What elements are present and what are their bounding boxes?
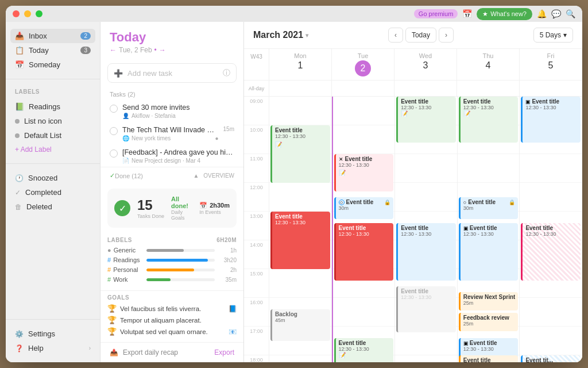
add-label-text: + Add Label [15,145,91,154]
task-checkbox-2[interactable] [110,150,118,158]
cal-event-thu-1[interactable]: ○ Event title 🔒 30m [459,197,519,219]
cal-event-thu-0[interactable]: Event title 12:30 - 13:30 📝 [459,97,519,143]
done-header[interactable]: ✓ Done (12) ▲ OVERVIEW [100,167,243,184]
task-panel-title: Today [110,30,234,45]
task-item-1[interactable]: The Tech That Will Invade Our Lives i...… [105,122,239,145]
default-list-label: Default List [24,131,91,140]
event-header: ▣ Event title [463,225,516,231]
cal-event-fri-1[interactable]: Event title 12:30 - 13:30 [521,223,581,281]
task-meta-text-0: Akiflow · Stefania [131,113,176,119]
sidebar-item-someday[interactable]: 📅 Someday [10,57,95,72]
task-checkbox-1[interactable] [110,127,118,135]
cal-event-fri-2[interactable]: Event tit... 12:30 - 13:30 [521,355,581,362]
task-item-2[interactable]: [Feedback] - Andrea gave you his fee... … [105,145,239,167]
date-next-arrow[interactable]: → [159,46,166,54]
goal-item-1: 🏆 Tempor ut aliquam placerat. [107,316,237,324]
chat-icon[interactable]: 💬 [551,9,561,18]
bell-icon[interactable]: 🔔 [537,9,547,18]
event-time: 30m [339,205,391,211]
readings-hash-icon: # [107,256,111,263]
close-button[interactable] [13,10,20,17]
export-bar[interactable]: 📤 Export daily recap Export [100,342,243,362]
work-bar-fill [146,278,171,281]
export-button[interactable]: Export [214,348,234,356]
task-checkbox-0[interactable] [110,105,118,113]
cal-event-mon-2[interactable]: Backlog 45m [270,309,330,341]
cal-days-header: W43 Mon 1 Tue 2 Wed 3 Thu 4 F [244,49,582,80]
cal-event-tue-3[interactable]: Event title 12:30 - 13:30 📝 [334,338,394,362]
cal-event-tue-1[interactable]: ○ Event title 🔒 30m [334,197,394,219]
labels-nav: 📗 Readings List no icon Default List + A… [6,97,100,159]
cal-event-fri-0[interactable]: ▣ Event title 12:30 - 13:30 [521,97,581,143]
time-slot-1400: 14:00 [244,240,269,269]
sidebar-item-completed[interactable]: ✓ Completed [10,185,95,200]
cal-prev-button[interactable]: ‹ [388,28,403,43]
cal-day-thu: Thu 4 [457,49,520,80]
cal-event-thu-4[interactable]: Feedback review 25m [459,313,519,331]
cal-event-wed-0[interactable]: Event title 12:30 - 13:30 📝 [396,97,456,143]
tasks-section-header: Tasks (2) [100,87,243,100]
titlebar: Go premium 📅 What's new? 🔔 💬 🔍 [6,6,582,22]
search-icon[interactable]: 🔍 [566,9,575,18]
cal-days-body: Event title 12:30 - 13:30 📝 Event title … [269,97,582,362]
labels-stats-header: LABELS 6h20m [107,237,237,243]
sidebar-item-snoozed[interactable]: 🕐 Snoozed [10,171,95,185]
cal-event-thu-6[interactable]: Event title 12:30 - 13:30 📝 [459,355,519,362]
cal-event-mon-0[interactable]: Event title 12:30 - 13:30 📝 [270,125,330,183]
cal-day-wed: Wed 3 [394,49,457,80]
event-time: 12:30 - 13:30 [275,220,327,225]
generic-dot-icon: ● [107,247,111,254]
sidebar-item-help[interactable]: ❓ Help › [10,341,95,355]
inbox-badge: 2 [80,32,91,40]
event-time: 12:30 - 13:30 [463,231,516,237]
cal-event-tue-0[interactable]: ✕ Event title 12:30 - 13:30 📝 [334,154,394,191]
sidebar-item-inbox[interactable]: 📥 Inbox 2 [10,29,95,43]
settings-label: Settings [28,329,91,338]
event-time: 12:30 - 13:30 [339,162,391,168]
label-stat-personal-time: 2h [219,267,237,273]
task-item-0[interactable]: Send 30 more invites 👤 Akiflow · Stefani… [105,100,239,122]
add-task-bar[interactable]: ➕ Add new task ⓘ [107,63,237,83]
cal-view-button[interactable]: 5 Days ▾ [533,28,573,43]
cal-event-mon-1[interactable]: Event title 12:30 - 13:30 [270,212,330,269]
cal-event-thu-2[interactable]: ▣ Event title 12:30 - 13:30 [459,223,519,281]
date-prev-arrow[interactable]: ← [110,46,117,54]
label-stat-work: # Work 35m [107,276,237,283]
cal-day-num-mon: 1 [272,60,329,71]
sidebar-item-list-no-icon[interactable]: List no icon [10,114,95,128]
cal-event-tue-2[interactable]: Event title 12:30 - 13:30 [334,223,394,281]
cal-next-button[interactable]: › [439,28,454,43]
cal-hour-fri-3 [520,183,582,212]
sidebar-item-settings[interactable]: ⚙️ Settings [10,327,95,341]
sidebar-item-today[interactable]: 📋 Today 3 [10,43,95,57]
sidebar-item-readings[interactable]: 📗 Readings [10,99,95,114]
cal-day-mon: Mon 1 [269,49,332,80]
go-premium-button[interactable]: Go premium [414,9,458,18]
task-time-1: 15m [223,126,234,132]
sidebar-divider-1 [6,79,100,79]
help-arrow-icon: › [89,345,91,351]
cal-allday-row: All-day [244,80,582,97]
cal-title: March 2021 ▾ [253,30,308,40]
maximize-button[interactable] [36,10,42,17]
event-time: 12:30 - 13:30 [401,294,453,300]
event-hash-icon: ▣ [463,340,469,346]
cal-event-wed-2[interactable]: Event title 12:30 - 13:30 [396,286,456,332]
sidebar-item-default-list[interactable]: Default List [10,128,95,143]
whats-new-button[interactable]: What's new? [477,8,532,20]
cal-event-thu-3[interactable]: Review Next Sprint 25m [459,292,519,310]
event-title: Event title [346,199,374,205]
minimize-button[interactable] [24,10,31,17]
sidebar-item-add-label[interactable]: + Add Label [10,143,95,156]
task-content-1: The Tech That Will Invade Our Lives i...… [122,126,219,141]
inbox-label: Inbox [29,32,76,40]
today-badge: 3 [80,47,91,54]
label-stat-personal-bar [146,269,215,271]
sidebar-item-deleted[interactable]: 🗑 Deleted [10,200,95,214]
cal-hour-thu-2 [458,154,520,183]
date-dot: • [154,46,157,54]
cal-nav: ‹ Today › [388,28,454,43]
cal-today-button[interactable]: Today [405,28,436,43]
cal-event-wed-1[interactable]: Event title 12:30 - 13:30 [396,223,456,281]
calendar-icon[interactable]: 📅 [462,9,472,18]
